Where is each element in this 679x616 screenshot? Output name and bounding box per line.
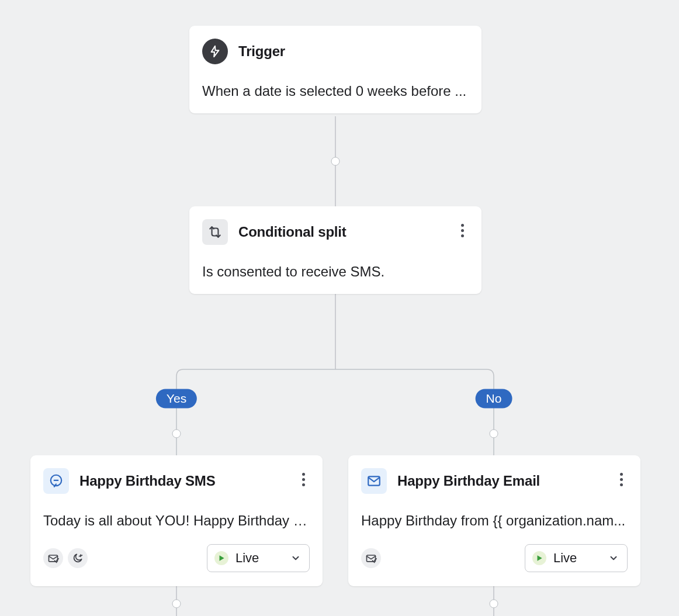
lightning-icon [202,39,228,64]
chevron-down-icon [290,553,301,563]
branch-badge-yes: Yes [156,389,197,409]
email-menu-button[interactable] [612,470,630,488]
trigger-title: Trigger [238,43,285,60]
trigger-node[interactable]: Trigger When a date is selected 0 weeks … [189,26,481,113]
email-footer-icons [361,548,381,568]
email-node[interactable]: Happy Birthday Email Happy Birthday from… [348,455,640,586]
sms-status-select[interactable]: Live [207,544,310,572]
sms-status-label: Live [235,551,283,566]
play-icon [532,551,546,565]
email-title: Happy Birthday Email [397,473,540,489]
branch-badge-no: No [476,389,512,409]
split-menu-button[interactable] [453,222,471,239]
split-node-header: Conditional split [202,219,469,245]
email-icon [361,468,387,494]
branch-no-label: No [486,392,502,405]
sms-node[interactable]: Happy Birthday SMS Today is all about YO… [30,455,323,586]
conditional-split-node[interactable]: Conditional split Is consented to receiv… [189,206,481,294]
chevron-down-icon [608,553,619,563]
quiet-hours-icon [68,548,88,568]
split-description: Is consented to receive SMS. [202,264,469,280]
connector-point[interactable] [490,600,498,608]
email-node-header: Happy Birthday Email [361,468,628,494]
sms-smart-send-icon [43,548,63,568]
trigger-description: When a date is selected 0 weeks before .… [202,83,469,99]
connector-point[interactable] [490,430,498,438]
play-icon [214,551,228,565]
sms-footer-icons [43,548,88,568]
email-status-label: Live [553,551,601,566]
sms-menu-button[interactable] [295,470,312,488]
connector-point[interactable] [172,430,181,438]
email-smart-send-icon [361,548,381,568]
split-arrows-icon [202,219,228,245]
email-status-select[interactable]: Live [525,544,628,572]
branch-yes-label: Yes [167,392,186,405]
sms-node-header: Happy Birthday SMS [43,468,310,494]
sms-icon [43,468,69,494]
sms-title: Happy Birthday SMS [79,473,215,489]
sms-description: Today is all about YOU! Happy Birthday f… [43,513,310,529]
trigger-node-header: Trigger [202,39,469,64]
connector-point[interactable] [331,157,340,166]
connector-point[interactable] [172,600,181,608]
split-title: Conditional split [238,224,347,240]
email-description: Happy Birthday from {{ organization.nam.… [361,513,628,529]
